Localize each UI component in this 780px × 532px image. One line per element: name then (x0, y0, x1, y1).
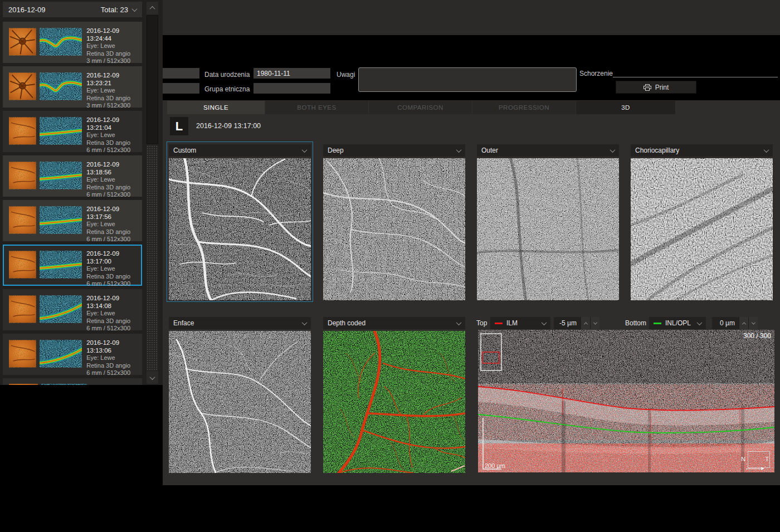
bottom-layer-value: INL/OPL (665, 319, 694, 327)
chevron-up-icon (583, 322, 587, 326)
application-window: PATIENTS ACQUIRE RESULTS Ref. number Pat… (0, 0, 780, 532)
scan-item-size: 6 mm / 512x300 (86, 191, 142, 199)
scan-item-meta: 2016-12-09 13:17:56 Eye: Lewe Retina 3D … (86, 206, 142, 241)
top-offset-increment-button[interactable] (581, 317, 590, 329)
birth-date-label: Data urodzenia (204, 71, 250, 79)
bottom-offset-increment-button[interactable] (739, 317, 748, 329)
scan-item-time: 2016-12-09 13:14:08 (86, 295, 142, 310)
layer-select-label: Choriocapillary (635, 147, 760, 154)
chevron-down-icon (150, 374, 155, 380)
scan-list-item[interactable]: 2016-12-09 13:18:56 Eye: Lewe Retina 3D … (3, 155, 142, 197)
scan-item-eye: Eye: Lewe (86, 221, 142, 228)
chevron-down-icon[interactable] (132, 6, 138, 12)
fundus-thumbnail (9, 116, 36, 145)
oct-thumbnail (40, 206, 82, 235)
scan-item-eye: Eye: Lewe (86, 354, 142, 362)
scan-item-size: 6 mm / 512x300 (86, 369, 142, 377)
scan-item-size: 6 mm / 512x300 (86, 236, 142, 243)
results-tab-progression: PROGRESSION (472, 101, 576, 114)
scan-list-item[interactable] (3, 378, 142, 385)
chevron-down-icon (764, 147, 769, 153)
scan-item-type: Retina 3D angio (86, 318, 142, 325)
birth-date-input[interactable] (254, 68, 330, 79)
angio-image-choriocapillary[interactable] (631, 158, 773, 300)
scan-list-sidebar: 2016-12-09 Total: 23 (0, 0, 163, 385)
scroll-down-button[interactable] (147, 372, 158, 384)
fundus-thumbnail (9, 339, 36, 368)
bottom-layer-color-swatch (654, 323, 661, 324)
layer-select-choriocapillary[interactable]: Choriocapillary (631, 144, 773, 157)
oct-thumbnail (40, 27, 82, 56)
ethnic-group-input[interactable] (254, 83, 330, 94)
orientation-marker: N T (748, 451, 770, 468)
oct-thumbnail (40, 161, 82, 190)
bscan-image[interactable]: 300 / 300 200 µm N T (478, 330, 774, 472)
enface-image[interactable] (169, 331, 311, 473)
layer-select-deep[interactable]: Deep (323, 144, 465, 157)
scan-item-time: 2016-12-09 13:24:44 (86, 27, 142, 42)
condition-input[interactable] (613, 67, 778, 77)
layer-select-label: Depth coded (328, 319, 453, 327)
depth-coded-image[interactable] (323, 331, 465, 473)
chevron-up-icon (742, 322, 745, 326)
scan-item-eye: Eye: Lewe (86, 87, 142, 95)
chevron-up-icon (150, 6, 155, 11)
bottom-layer-label: Bottom (625, 317, 646, 329)
top-offset-stepper: -5 µm (554, 317, 599, 329)
notes-textarea[interactable] (358, 67, 577, 92)
scan-item-size: 6 mm / 512x300 (86, 280, 142, 288)
bottom-offset-decrement-button[interactable] (748, 317, 758, 329)
layer-select-label: Outer (481, 147, 607, 154)
chevron-down-icon (610, 147, 616, 153)
scan-item-type: Retina 3D angio (86, 50, 142, 58)
results-tab-3d[interactable]: 3D (576, 101, 676, 114)
scrollbar-thumb[interactable] (147, 15, 158, 144)
angio-image-custom[interactable] (169, 158, 311, 300)
chevron-down-icon (456, 147, 462, 153)
scan-item-type: Retina 3D angio (86, 362, 142, 370)
scan-list-item[interactable]: 2016-12-09 13:23:21 Eye: Lewe Retina 3D … (3, 66, 142, 108)
bottom-layer-select[interactable]: INL/OPL (649, 317, 706, 329)
scan-group-header[interactable]: 2016-12-09 Total: 23 (3, 2, 142, 17)
top-offset-value: -5 µm (554, 317, 581, 329)
oct-thumbnail (40, 295, 82, 324)
scan-item-eye: Eye: Lewe (86, 176, 142, 184)
print-button[interactable]: Print (616, 81, 696, 94)
angio-image-outer[interactable] (477, 158, 619, 300)
layer-select-depth-coded[interactable]: Depth coded (323, 317, 465, 329)
layer-select-custom[interactable]: Custom (169, 144, 311, 157)
fundus-thumbnail (9, 250, 36, 279)
results-tab-single[interactable]: SINGLE (167, 101, 265, 114)
scroll-up-button[interactable] (147, 2, 158, 14)
oct-thumbnail (40, 250, 82, 279)
orientation-arrow-icon (746, 468, 762, 470)
top-layer-label: Top (476, 317, 487, 329)
scan-list-item[interactable]: 2016-12-09 13:17:00 Eye: Lewe Retina 3D … (3, 245, 142, 286)
scan-item-time: 2016-12-09 13:21:04 (86, 116, 142, 131)
top-layer-value: ILM (506, 319, 538, 327)
scan-item-size: 6 mm / 512x300 (86, 325, 142, 333)
scrollbar-track[interactable] (147, 145, 158, 370)
scan-item-eye: Eye: Lewe (86, 42, 142, 50)
scan-item-time: 2016-12-09 13:17:56 (86, 206, 142, 221)
chevron-down-icon (302, 147, 308, 153)
scan-list-item[interactable]: 2016-12-09 13:21:04 Eye: Lewe Retina 3D … (3, 111, 142, 152)
top-offset-decrement-button[interactable] (590, 317, 599, 329)
layer-select-outer[interactable]: Outer (477, 144, 619, 157)
scan-item-size: 6 mm / 512x300 (86, 147, 142, 154)
scan-list: 2016-12-09 13:24:44 Eye: Lewe Retina 3D … (3, 22, 142, 385)
print-button-label: Print (655, 84, 669, 91)
scan-list-item[interactable]: 2016-12-09 13:14:08 Eye: Lewe Retina 3D … (3, 289, 142, 330)
layer-select-enface[interactable]: Enface (169, 317, 311, 329)
scan-list-item[interactable]: 2016-12-09 13:24:44 Eye: Lewe Retina 3D … (3, 22, 142, 63)
scan-item-type: Retina 3D angio (86, 95, 142, 103)
angio-image-deep[interactable] (323, 158, 465, 300)
oct-thumbnail (40, 116, 82, 145)
top-layer-select[interactable]: ILM (490, 317, 550, 329)
angio-panel-outer: Outer (477, 144, 619, 300)
angio-panel-deep: Deep (323, 144, 465, 300)
scan-list-item[interactable]: 2016-12-09 13:13:06 Eye: Lewe Retina 3D … (3, 334, 142, 375)
scan-item-meta: 2016-12-09 13:14:08 Eye: Lewe Retina 3D … (86, 295, 142, 330)
chevron-down-icon (542, 320, 547, 325)
scan-list-item[interactable]: 2016-12-09 13:17:56 Eye: Lewe Retina 3D … (3, 200, 142, 241)
